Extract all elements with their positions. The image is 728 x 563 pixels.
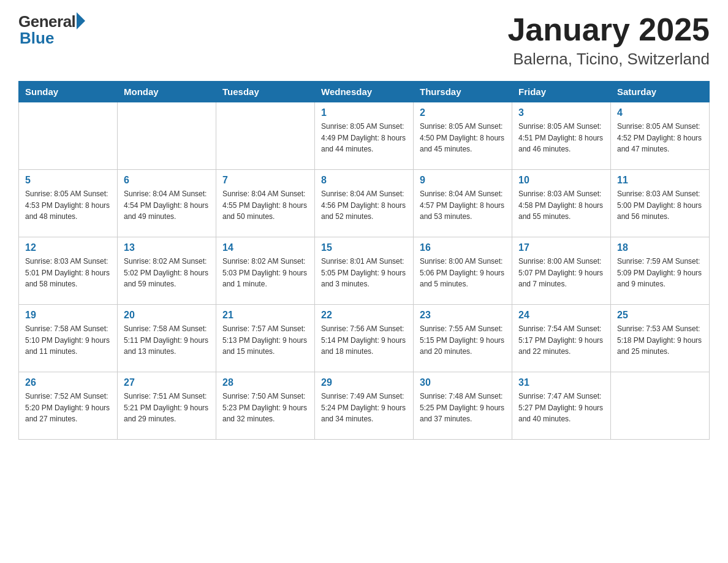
cell-w4-d3: 29Sunrise: 7:49 AM Sunset: 5:24 PM Dayli… xyxy=(315,372,414,440)
day-number: 23 xyxy=(420,310,506,321)
day-number: 4 xyxy=(617,107,703,118)
day-info: Sunrise: 7:53 AM Sunset: 5:18 PM Dayligh… xyxy=(617,323,703,358)
cell-w0-d0 xyxy=(19,102,118,170)
day-info: Sunrise: 8:00 AM Sunset: 5:06 PM Dayligh… xyxy=(420,256,506,290)
calendar-header: Sunday Monday Tuesday Wednesday Thursday… xyxy=(19,82,710,102)
cell-w2-d1: 13Sunrise: 8:02 AM Sunset: 5:02 PM Dayli… xyxy=(118,237,216,305)
day-info: Sunrise: 8:04 AM Sunset: 4:54 PM Dayligh… xyxy=(124,188,210,223)
day-info: Sunrise: 8:05 AM Sunset: 4:50 PM Dayligh… xyxy=(420,121,506,155)
day-info: Sunrise: 7:58 AM Sunset: 5:10 PM Dayligh… xyxy=(25,323,111,358)
day-info: Sunrise: 7:57 AM Sunset: 5:13 PM Dayligh… xyxy=(222,323,308,358)
cell-w3-d5: 24Sunrise: 7:54 AM Sunset: 5:17 PM Dayli… xyxy=(512,305,611,372)
cell-w4-d6 xyxy=(611,372,710,440)
page-header: General Blue January 2025 Balerna, Ticin… xyxy=(18,12,710,69)
header-tuesday: Tuesday xyxy=(216,82,315,102)
day-info: Sunrise: 8:00 AM Sunset: 5:07 PM Dayligh… xyxy=(518,256,604,290)
cell-w1-d2: 7Sunrise: 8:04 AM Sunset: 4:55 PM Daylig… xyxy=(216,170,315,237)
day-number: 10 xyxy=(518,175,604,186)
day-info: Sunrise: 8:02 AM Sunset: 5:03 PM Dayligh… xyxy=(222,256,308,290)
day-number: 15 xyxy=(321,242,407,253)
calendar-title: January 2025 xyxy=(507,12,710,47)
day-info: Sunrise: 8:05 AM Sunset: 4:49 PM Dayligh… xyxy=(321,121,407,155)
day-number: 19 xyxy=(25,310,111,321)
day-number: 1 xyxy=(321,107,407,118)
day-number: 21 xyxy=(222,310,308,321)
day-number: 31 xyxy=(518,377,604,388)
day-info: Sunrise: 7:49 AM Sunset: 5:24 PM Dayligh… xyxy=(321,391,407,425)
day-info: Sunrise: 8:03 AM Sunset: 5:00 PM Dayligh… xyxy=(617,188,703,223)
cell-w0-d6: 4Sunrise: 8:05 AM Sunset: 4:52 PM Daylig… xyxy=(611,102,710,170)
header-saturday: Saturday xyxy=(611,82,710,102)
day-number: 6 xyxy=(124,175,210,186)
day-number: 26 xyxy=(25,377,111,388)
header-sunday: Sunday xyxy=(19,82,118,102)
day-number: 22 xyxy=(321,310,407,321)
day-info: Sunrise: 8:01 AM Sunset: 5:05 PM Dayligh… xyxy=(321,256,407,290)
header-thursday: Thursday xyxy=(414,82,512,102)
cell-w1-d0: 5Sunrise: 8:05 AM Sunset: 4:53 PM Daylig… xyxy=(19,170,118,237)
day-number: 16 xyxy=(420,242,506,253)
cell-w2-d2: 14Sunrise: 8:02 AM Sunset: 5:03 PM Dayli… xyxy=(216,237,315,305)
day-number: 13 xyxy=(124,242,210,253)
day-number: 14 xyxy=(222,242,308,253)
header-wednesday: Wednesday xyxy=(315,82,414,102)
cell-w1-d1: 6Sunrise: 8:04 AM Sunset: 4:54 PM Daylig… xyxy=(118,170,216,237)
cell-w4-d4: 30Sunrise: 7:48 AM Sunset: 5:25 PM Dayli… xyxy=(414,372,512,440)
logo-arrow-icon xyxy=(77,12,85,29)
cell-w2-d4: 16Sunrise: 8:00 AM Sunset: 5:06 PM Dayli… xyxy=(414,237,512,305)
day-number: 5 xyxy=(25,175,111,186)
day-info: Sunrise: 8:05 AM Sunset: 4:53 PM Dayligh… xyxy=(25,188,111,223)
day-info: Sunrise: 7:50 AM Sunset: 5:23 PM Dayligh… xyxy=(222,391,308,425)
logo: General Blue xyxy=(18,12,85,48)
cell-w1-d6: 11Sunrise: 8:03 AM Sunset: 5:00 PM Dayli… xyxy=(611,170,710,237)
title-block: January 2025 Balerna, Ticino, Switzerlan… xyxy=(507,12,710,69)
day-number: 3 xyxy=(518,107,604,118)
day-info: Sunrise: 8:02 AM Sunset: 5:02 PM Dayligh… xyxy=(124,256,210,290)
day-info: Sunrise: 8:03 AM Sunset: 5:01 PM Dayligh… xyxy=(25,256,111,290)
day-number: 17 xyxy=(518,242,604,253)
header-monday: Monday xyxy=(118,82,216,102)
day-number: 18 xyxy=(617,242,703,253)
day-info: Sunrise: 8:05 AM Sunset: 4:52 PM Dayligh… xyxy=(617,121,703,155)
cell-w3-d2: 21Sunrise: 7:57 AM Sunset: 5:13 PM Dayli… xyxy=(216,305,315,372)
cell-w3-d0: 19Sunrise: 7:58 AM Sunset: 5:10 PM Dayli… xyxy=(19,305,118,372)
logo-blue-text: Blue xyxy=(20,29,54,48)
day-info: Sunrise: 7:59 AM Sunset: 5:09 PM Dayligh… xyxy=(617,256,703,290)
day-number: 12 xyxy=(25,242,111,253)
week-row-3: 19Sunrise: 7:58 AM Sunset: 5:10 PM Dayli… xyxy=(19,305,710,372)
day-info: Sunrise: 7:56 AM Sunset: 5:14 PM Dayligh… xyxy=(321,323,407,358)
week-row-1: 5Sunrise: 8:05 AM Sunset: 4:53 PM Daylig… xyxy=(19,170,710,237)
day-number: 2 xyxy=(420,107,506,118)
calendar-subtitle: Balerna, Ticino, Switzerland xyxy=(507,50,710,69)
cell-w0-d1 xyxy=(118,102,216,170)
cell-w1-d3: 8Sunrise: 8:04 AM Sunset: 4:56 PM Daylig… xyxy=(315,170,414,237)
day-number: 24 xyxy=(518,310,604,321)
day-number: 11 xyxy=(617,175,703,186)
day-number: 7 xyxy=(222,175,308,186)
day-info: Sunrise: 8:03 AM Sunset: 4:58 PM Dayligh… xyxy=(518,188,604,223)
cell-w3-d3: 22Sunrise: 7:56 AM Sunset: 5:14 PM Dayli… xyxy=(315,305,414,372)
cell-w2-d6: 18Sunrise: 7:59 AM Sunset: 5:09 PM Dayli… xyxy=(611,237,710,305)
day-number: 20 xyxy=(124,310,210,321)
cell-w0-d3: 1Sunrise: 8:05 AM Sunset: 4:49 PM Daylig… xyxy=(315,102,414,170)
day-info: Sunrise: 7:55 AM Sunset: 5:15 PM Dayligh… xyxy=(420,323,506,358)
cell-w0-d4: 2Sunrise: 8:05 AM Sunset: 4:50 PM Daylig… xyxy=(414,102,512,170)
calendar-table: Sunday Monday Tuesday Wednesday Thursday… xyxy=(18,81,710,440)
day-info: Sunrise: 7:52 AM Sunset: 5:20 PM Dayligh… xyxy=(25,391,111,425)
day-info: Sunrise: 7:51 AM Sunset: 5:21 PM Dayligh… xyxy=(124,391,210,425)
cell-w2-d5: 17Sunrise: 8:00 AM Sunset: 5:07 PM Dayli… xyxy=(512,237,611,305)
calendar-body: 1Sunrise: 8:05 AM Sunset: 4:49 PM Daylig… xyxy=(19,102,710,440)
week-row-2: 12Sunrise: 8:03 AM Sunset: 5:01 PM Dayli… xyxy=(19,237,710,305)
cell-w4-d5: 31Sunrise: 7:47 AM Sunset: 5:27 PM Dayli… xyxy=(512,372,611,440)
day-number: 8 xyxy=(321,175,407,186)
day-number: 9 xyxy=(420,175,506,186)
header-friday: Friday xyxy=(512,82,611,102)
cell-w1-d4: 9Sunrise: 8:04 AM Sunset: 4:57 PM Daylig… xyxy=(414,170,512,237)
header-row: Sunday Monday Tuesday Wednesday Thursday… xyxy=(19,82,710,102)
cell-w4-d1: 27Sunrise: 7:51 AM Sunset: 5:21 PM Dayli… xyxy=(118,372,216,440)
day-number: 25 xyxy=(617,310,703,321)
day-number: 30 xyxy=(420,377,506,388)
cell-w0-d2 xyxy=(216,102,315,170)
day-info: Sunrise: 7:48 AM Sunset: 5:25 PM Dayligh… xyxy=(420,391,506,425)
day-number: 29 xyxy=(321,377,407,388)
